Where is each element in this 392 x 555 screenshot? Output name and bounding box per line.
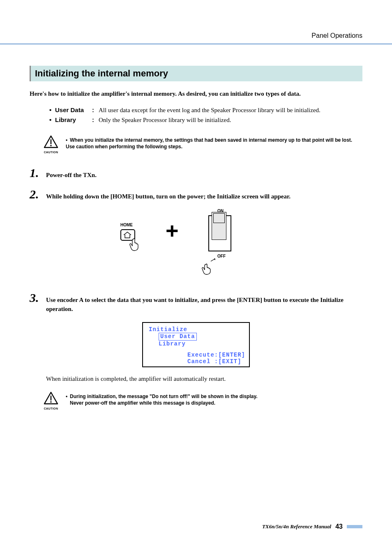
- step-text: Use encoder A to select the data that yo…: [46, 296, 362, 314]
- caution-text: •When you initialize the internal memory…: [66, 137, 362, 150]
- definition-desc: Only the Speaker Processor library will …: [99, 117, 362, 124]
- definition-row: • User Data : All user data except for t…: [49, 106, 362, 114]
- lcd-item: Library: [159, 341, 186, 347]
- power-switch-graphic: ON OFF: [208, 209, 237, 279]
- step-number: 2.: [30, 187, 46, 201]
- caution-block: CAUTION •When you initialize the interna…: [42, 135, 362, 154]
- definitions-list: • User Data : All user data except for t…: [49, 106, 362, 124]
- lcd-selected-item: User Data: [159, 333, 197, 341]
- off-label: OFF: [217, 254, 226, 258]
- caution-block: CAUTION •During initialization, the mess…: [42, 391, 362, 410]
- caution-label: CAUTION: [42, 151, 60, 154]
- lcd-cancel-line: Cancel :[EXIT]: [187, 358, 249, 365]
- home-label: HOME: [120, 223, 133, 227]
- caution-triangle-icon: CAUTION: [42, 135, 60, 154]
- svg-point-2: [50, 145, 51, 146]
- caution-triangle-icon: CAUTION: [42, 391, 60, 410]
- step-3: 3. Use encoder A to select the data that…: [30, 291, 362, 314]
- plus-icon: +: [166, 219, 179, 242]
- completion-note: When initialization is completed, the am…: [46, 375, 362, 382]
- bullet-icon: •: [49, 116, 55, 123]
- definition-desc: All user data except for the event log a…: [99, 107, 362, 114]
- section-title: Initializing the internal memory: [30, 66, 362, 81]
- step-1: 1. Power-off the TXn.: [30, 166, 362, 180]
- colon: :: [92, 106, 99, 113]
- step-text: Power-off the TXn.: [46, 171, 362, 180]
- definition-row: • Library : Only the Speaker Processor l…: [49, 116, 362, 124]
- hand-flip-icon: [200, 257, 218, 277]
- step-text: While holding down the [HOME] button, tu…: [46, 192, 362, 201]
- intro-text: Here's how to initialize the amplifier's…: [30, 90, 362, 97]
- page-number: 43: [335, 523, 343, 530]
- lcd-title: Initialize: [143, 326, 249, 333]
- footer-accent-bar: [347, 525, 362, 528]
- definition-term: Library: [55, 116, 92, 123]
- svg-point-5: [50, 401, 51, 402]
- breadcrumb: Panel Operations: [311, 32, 362, 39]
- colon: :: [92, 116, 99, 123]
- bullet-icon: •: [49, 106, 55, 113]
- step-number: 3.: [30, 291, 46, 305]
- page-footer: TX6n/5n/4n Reference Manual 43: [262, 523, 362, 530]
- hand-press-icon: [129, 237, 140, 253]
- definition-term: User Data: [55, 106, 92, 113]
- manual-title: TX6n/5n/4n Reference Manual: [262, 523, 331, 530]
- step-2: 2. While holding down the [HOME] button,…: [30, 187, 362, 201]
- lcd-execute-line: Execute:[ENTER]: [187, 352, 249, 358]
- lcd-screen-graphic: Initialize User Data Library Execute:[EN…: [142, 322, 250, 367]
- diagram-home-plus-switch: HOME + ON OFF: [89, 209, 303, 279]
- caution-text: •During initialization, the message "Do …: [66, 393, 258, 406]
- header-rule: [0, 44, 392, 44]
- caution-label: CAUTION: [42, 407, 60, 410]
- step-number: 1.: [30, 166, 46, 180]
